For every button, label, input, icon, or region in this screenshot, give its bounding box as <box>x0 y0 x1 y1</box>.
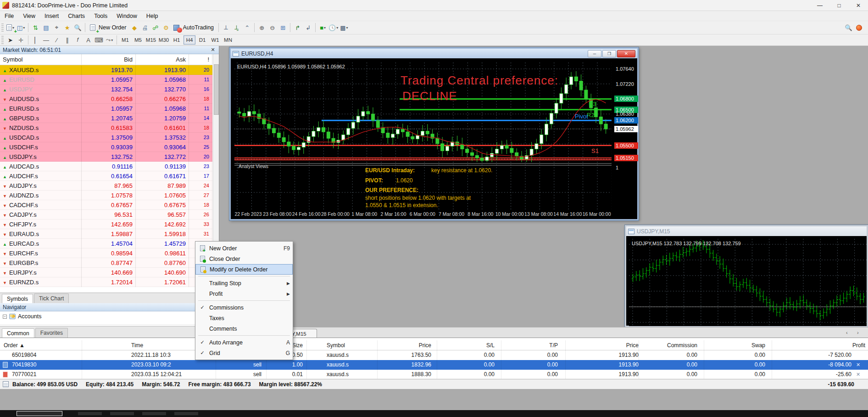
column-header-spread[interactable]: ! <box>189 54 212 65</box>
market-watch-row-eurchf.s[interactable]: ▼EURCHF.s0.985940.98611 <box>0 248 212 258</box>
timeframe-button-m30[interactable]: M30 <box>158 35 170 45</box>
market-watch-row-xauusd.s[interactable]: ▲XAUUSD.s1913.701913.9020 <box>0 65 212 75</box>
orders-column-header-sl[interactable]: S/L <box>449 340 495 350</box>
new-order-icon[interactable]: + <box>87 23 98 33</box>
market-watch-row-eurusd[interactable]: ▲EURUSD1.059571.0596811 <box>0 75 212 85</box>
crosshair-tool-button[interactable]: ✛ <box>16 35 26 45</box>
context-menu-item-profit[interactable]: Profit▶ <box>195 288 293 299</box>
auto-scroll-button[interactable]: ↱ <box>292 23 303 33</box>
autotrading-button[interactable]: AutoTrading <box>183 24 214 31</box>
timeframe-button-d1[interactable]: D1 <box>196 35 208 45</box>
market-watch-close-icon[interactable]: ✕ <box>210 47 216 53</box>
horizontal-line-tool-button[interactable]: ― <box>41 35 51 45</box>
orders-column-header-order[interactable]: Order ▲ <box>4 340 40 350</box>
timeframe-button-m5[interactable]: M5 <box>132 35 144 45</box>
market-watch-row-eurgbp.s[interactable]: ▼EURGBP.s0.877470.87760 <box>0 258 212 268</box>
data-window-button[interactable]: ▤ <box>41 23 51 33</box>
close-button[interactable]: ✕ <box>849 0 868 11</box>
menu-item-file[interactable]: File <box>0 12 18 20</box>
chart-close-button[interactable]: ✕ <box>617 50 635 57</box>
notifications-badge-icon[interactable] <box>854 23 864 33</box>
signal-button[interactable]: ☍ <box>150 23 161 33</box>
metaeditor-button[interactable]: ◆ <box>129 23 139 33</box>
market-watch-row-eurcad.s[interactable]: ▲EURCAD.s1.457041.45729 <box>0 239 212 248</box>
market-watch-row-nzdusd.s[interactable]: ▼NZDUSD.s0.615830.6160118 <box>0 123 212 133</box>
market-watch-row-audnzd.s[interactable]: ▼AUDNZD.s1.075781.0760527 <box>0 191 212 200</box>
cursor-tool-button[interactable]: ➤ <box>5 35 16 45</box>
market-watch-row-eurjpy.s[interactable]: ▼EURJPY.s140.669140.690 <box>0 268 212 277</box>
candlestick-chart-button[interactable]: ⟂̮ <box>231 23 242 33</box>
context-menu-item-new-order[interactable]: +New OrderF9 <box>195 243 293 254</box>
orders-column-header-time[interactable]: Time <box>131 340 205 350</box>
tab-common[interactable]: Common <box>2 328 34 338</box>
profiles-button[interactable]: ◫▾ <box>16 23 26 33</box>
market-watch-row-audusd.s[interactable]: ▼AUDUSD.s0.662580.6627618 <box>0 94 212 104</box>
tab-scroll-left-icon[interactable]: ‹ <box>846 330 848 335</box>
tree-item-accounts[interactable]: − Accounts <box>0 311 219 321</box>
tab-tick-chart[interactable]: Tick Chart <box>34 293 69 303</box>
trendline-tool-button[interactable]: ∕ <box>51 35 62 45</box>
column-header-bid[interactable]: Bid <box>82 54 136 65</box>
market-watch-row-eurusd.s[interactable]: ▲EURUSD.s1.059571.0596811 <box>0 104 212 113</box>
tile-windows-button[interactable]: ⊞ <box>278 23 288 33</box>
market-watch-row-audcad.s[interactable]: ▲AUDCAD.s0.911160.9113923 <box>0 162 212 171</box>
orders-column-header-price[interactable]: Price <box>593 340 639 350</box>
minimize-button[interactable]: — <box>810 0 829 11</box>
context-menu-item-auto-arrange[interactable]: ✓Auto ArrangeA <box>195 337 293 348</box>
timeframe-button-m1[interactable]: M1 <box>119 35 131 45</box>
market-watch-toggle-button[interactable]: ⇅ <box>30 23 41 33</box>
orders-column-header-swap[interactable]: Swap <box>719 340 765 350</box>
new-chart-button[interactable]: +▾ <box>5 23 16 33</box>
new-order-button[interactable]: New Order <box>99 24 126 31</box>
orders-column-header-profit[interactable]: Profit <box>819 340 865 350</box>
channel-tool-button[interactable]: ∥ <box>62 35 72 45</box>
tab-scroll-right-icon[interactable]: › <box>857 330 859 335</box>
context-menu-item-trailing-stop[interactable]: Trailing Stop▶ <box>195 278 293 288</box>
close-order-icon[interactable]: ✕ <box>856 370 860 379</box>
tab-symbols[interactable]: Symbols <box>2 294 33 303</box>
column-header-ask[interactable]: Ask <box>136 54 189 65</box>
arrows-tool-button[interactable]: ⤳▾ <box>104 35 115 45</box>
timeframe-button-h4[interactable]: H4 <box>184 35 195 45</box>
market-watch-row-eurnzd.s[interactable]: ▼EURNZD.s1.720141.72061 <box>0 277 212 287</box>
text-tool-button[interactable]: A <box>83 35 94 45</box>
context-menu-item-close-order[interactable]: Close Order <box>195 254 293 264</box>
scrollbar-thumb[interactable] <box>214 64 219 115</box>
navigator-toggle-button[interactable]: ⌖ <box>51 23 62 33</box>
column-header-symbol[interactable]: Symbol <box>0 54 82 65</box>
context-menu-item-modify-or-delete-order[interactable]: Modify or Delete Order <box>195 264 293 275</box>
search-icon[interactable]: 🔍 <box>843 23 854 33</box>
text-label-tool-button[interactable]: ⌨ <box>94 35 104 45</box>
menu-item-tools[interactable]: Tools <box>89 12 112 20</box>
zoom-in-button[interactable]: ⊕ <box>256 23 267 33</box>
menu-item-charts[interactable]: Charts <box>63 12 89 20</box>
periods-button[interactable]: 🕓▾ <box>328 23 339 33</box>
timeframe-button-mn[interactable]: MN <box>222 35 234 45</box>
context-menu-item-taxes[interactable]: Taxes <box>195 313 293 323</box>
market-watch-row-usdjpy.s[interactable]: ▲USDJPY.s132.752132.77220 <box>0 152 212 162</box>
tree-collapse-icon[interactable]: − <box>3 315 7 319</box>
vertical-line-tool-button[interactable]: ⎢ <box>30 35 41 45</box>
menu-item-insert[interactable]: Insert <box>40 12 63 20</box>
market-watch-row-euraud.s[interactable]: ▼EURAUD.s1.598871.5991831 <box>0 229 212 239</box>
chart-restore-button[interactable]: ❐ <box>602 50 616 57</box>
context-menu-item-comments[interactable]: Comments <box>195 323 293 334</box>
market-watch-row-chfjpy.s[interactable]: ▼CHFJPY.s142.659142.69233 <box>0 220 212 229</box>
tab-favorites[interactable]: Favorites <box>35 328 68 338</box>
usdjpy-window-titlebar[interactable]: USDJPY,M15 <box>626 226 867 236</box>
strategy-tester-button[interactable]: ★ <box>62 23 72 33</box>
orders-column-header-tp[interactable]: T/P <box>512 340 558 350</box>
context-menu-item-commissions[interactable]: ✓Commissions <box>195 302 293 313</box>
timeframe-button-w1[interactable]: W1 <box>209 35 221 45</box>
menu-item-window[interactable]: Window <box>112 12 141 20</box>
options-button[interactable]: ⚙ <box>161 23 171 33</box>
autotrading-icon[interactable] <box>171 23 182 33</box>
order-row-65019804[interactable]: 650198042022.11.18 10:30.50xauusd.s1763.… <box>0 350 868 360</box>
usdjpy-chart-canvas[interactable] <box>629 239 867 326</box>
market-watch-row-usdchf.s[interactable]: ▲USDCHF.s0.930390.9306425 <box>0 142 212 152</box>
market-watch-row-gbpusd.s[interactable]: ▲GBPUSD.s1.207451.2075914 <box>0 113 212 123</box>
bottom-strip-button[interactable] <box>17 411 62 416</box>
market-watch-row-audjpy.s[interactable]: ▼AUDJPY.s87.96587.98924 <box>0 181 212 191</box>
order-row-70419830[interactable]: 704198302023.03.10 09:2sell1.00xauusd.s1… <box>0 360 868 370</box>
eurusd-window-titlebar[interactable]: EURUSD,H4 ─ ❐ ✕ <box>231 49 637 58</box>
